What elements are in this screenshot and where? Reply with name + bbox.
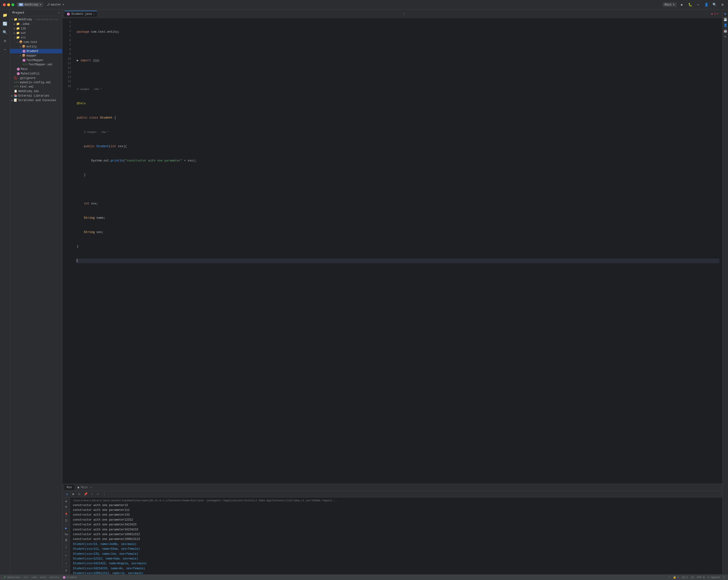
breadcrumb-webstudy[interactable]: WebStudy [7,576,20,579]
settings-button[interactable]: ⚙ [720,2,725,7]
right-icon-plus[interactable]: ⊕ [723,34,728,39]
settings-icon[interactable]: ⚙ [63,568,69,573]
rerun-button[interactable]: ↺ [64,491,70,497]
tree-item-mybatis-config[interactable]: </> mybatis-config.xml [10,80,62,85]
tree-item-testmapper[interactable]: ⬤ TestMapper [10,58,62,62]
more-button[interactable]: ⋮ [102,491,107,497]
tree-item-entity[interactable]: ▾ 📦 entity [10,44,62,49]
maximize-button[interactable] [11,3,14,6]
right-icon-ai[interactable]: ● [723,11,728,16]
list-view-button[interactable]: ☰ [63,519,69,523]
tree-item-comtest[interactable]: ▾ 📦 com.test [10,40,62,44]
sidebar-icon-structure[interactable]: ⊞ [1,37,9,45]
java-icon: ⬤ [17,67,20,71]
tree-label-scratches: Scratches and Consoles [18,99,56,102]
ant-icon[interactable]: 🐜 [63,532,69,537]
file-tree-header: Project ▾ [10,9,62,16]
line-num-15: 15 [62,79,74,84]
tree-item-main[interactable]: ⬤ Main [10,67,62,71]
right-icon-user[interactable]: 👤 [723,23,728,28]
console-output[interactable]: /Users/eve/Library/Java/JavaVirtualMachi… [70,498,722,574]
scroll-up-button[interactable]: ▲ [63,499,69,503]
right-icon-ai2[interactable]: 🤖 [723,29,728,33]
sidebar-icon-vcs[interactable]: 🔄 [1,20,9,28]
sidebar-icon-find[interactable]: 🔍 [1,29,9,36]
bottom-tab-main[interactable]: ▣ Main ✕ [75,485,95,490]
stop-button[interactable]: ■ [71,491,76,497]
sidebar-icon-more[interactable]: ⋯ [1,46,9,53]
tree-label-text-xml: text.xml [20,85,34,89]
file-tree-content[interactable]: ▾ 📁 WebStudy ~/Desktop/CS/Ja... ▶ 📁 .ide… [10,16,62,574]
breadcrumb-src[interactable]: src [23,576,28,579]
status-branch[interactable]: 🔒 V [673,576,679,579]
run-config[interactable]: Main ▾ [663,2,677,7]
tree-item-testmapper-xml[interactable]: </> TestMapper.xml [10,62,62,67]
chevron-icon: ▾ [20,54,21,57]
tree-item-mybatisutil[interactable]: ⬤ MybatisUtil [10,71,62,76]
tree-item-idea[interactable]: ▶ 📁 .idea [10,22,62,26]
warning-icon[interactable]: ⚠ [63,561,69,565]
right-icon-db[interactable]: 💾 [723,17,728,22]
breadcrumb-student[interactable]: Student [67,576,77,579]
project-label[interactable]: WS WebStudy ▾ [17,2,43,7]
tree-label-mybatis-config: mybatis-config.xml [20,81,51,84]
bottom-tab-close-button[interactable]: ✕ [90,486,92,489]
minimize-button[interactable] [7,3,10,6]
tree-item-webstudy-iml[interactable]: 📋 WebStudy.iml [10,89,62,94]
pin-button[interactable]: 📌 [83,491,88,497]
folder-icon: 📁 [16,27,20,30]
code-editor[interactable]: 1 2 3 5 6 7 8 9 10 11 12 13 14 15 16 pac… [62,18,722,484]
tree-label-testmapper-xml: TestMapper.xml [29,63,53,66]
breadcrumb-com[interactable]: com [32,576,36,579]
profile-button[interactable]: 👤 [704,2,709,7]
status-position[interactable]: 16:1 [682,576,688,579]
scroll-down-button[interactable]: ▼ [63,505,69,509]
search-button[interactable]: 🔍 [712,2,717,7]
iml-icon: 📋 [14,90,18,93]
tree-item-mapper[interactable]: ▾ 📦 mapper [10,53,62,58]
status-line-sep[interactable]: LF [691,576,694,579]
pin-tab-button[interactable]: 📍 [63,512,69,517]
status-expand-icon[interactable]: ⤢ [723,576,725,579]
line-num-12: 12 [62,66,74,70]
sidebar-icon-project[interactable]: 📁 [1,11,9,19]
console-line-0: /Users/eve/Library/Java/JavaVirtualMachi… [73,499,720,503]
more-options-button[interactable]: ⋯ [696,2,701,7]
refresh-icon[interactable]: ↻ [63,553,69,558]
run-button[interactable]: ▶ [679,2,685,7]
tree-item-lib[interactable]: ▶ 📁 lib [10,26,62,31]
tabs-more-button[interactable]: ⋮ [402,11,407,17]
filter-button[interactable]: ⚡ [89,491,95,497]
trash-icon[interactable]: 🗑 [63,538,69,543]
package-icon: 📦 [19,40,23,44]
xml-icon: </> [14,81,19,84]
breadcrumb-test[interactable]: test [40,576,46,579]
bottom-tab-run[interactable]: Run [64,485,74,490]
left-sidebar: 📁 🔄 🔍 ⊞ ⋯ [0,9,10,574]
tab-close-button[interactable]: ✕ [93,12,95,16]
code-content[interactable]: package com.test.entity; ▶ import ... 4 … [74,18,722,484]
status-indent[interactable]: 4 spaces [707,576,720,579]
code-line-5: 4 usages new * [77,87,720,92]
tree-item-scratches[interactable]: ▶ 📝 Scratches and Consoles [10,98,62,103]
line-num-14: 14 [62,75,74,79]
wrap-button[interactable]: ↩ [95,491,101,497]
debug-button[interactable]: 🐛 [687,2,693,7]
run-icon[interactable]: ▶ [63,526,69,531]
tree-item-text-xml[interactable]: </> text.xml [10,85,62,89]
editor-area: ⬤ Student.java ✕ ⋮ ▲ 1 ▾ 1 2 3 5 6 7 8 9 [62,9,722,574]
tree-item-out[interactable]: ▶ 📁 out [10,31,62,35]
tree-item-student[interactable]: ⬤ Student [10,49,62,53]
tree-item-src[interactable]: ▾ 📁 src [10,35,62,40]
branch-label[interactable]: ⎇ master ▾ [47,3,64,6]
tree-item-gitignore[interactable]: 🚫 .gitignore [10,76,62,80]
tree-item-external-libraries[interactable]: ▶ 📚 External Libraries [10,94,62,98]
bottom-tabs: Run ▣ Main ✕ [62,484,722,491]
breadcrumb-entity[interactable]: entity [50,576,59,579]
tree-item-webstudy[interactable]: ▾ 📁 WebStudy ~/Desktop/CS/Ja... [10,17,62,22]
tab-student-java[interactable]: ⬤ Student.java ✕ [64,11,97,17]
font-icon[interactable]: T [63,546,69,550]
restore-layout-button[interactable]: ⊡ [77,491,82,497]
close-button[interactable] [3,3,6,6]
status-encoding[interactable]: UTF-8 [697,576,705,579]
